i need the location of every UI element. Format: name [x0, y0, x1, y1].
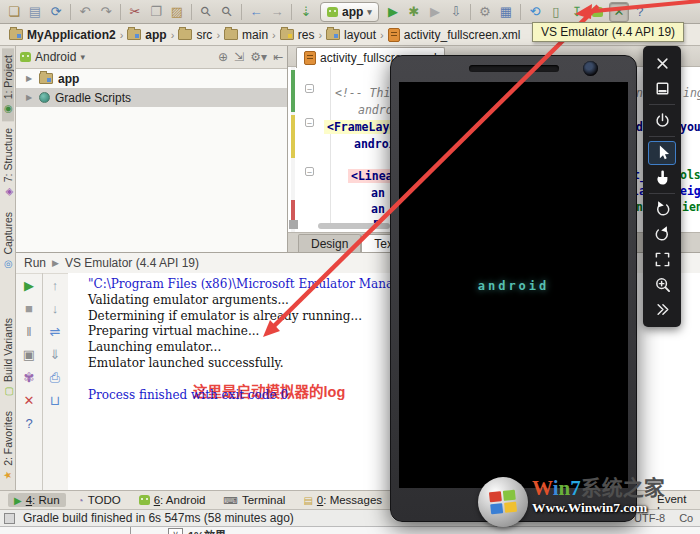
pin-button[interactable]: ✾: [24, 371, 35, 384]
context-indicator[interactable]: Co: [679, 512, 693, 524]
toolwindow-button-6--android[interactable]: 6: Android: [133, 493, 212, 507]
soft-wrap-button[interactable]: ⇌: [50, 325, 61, 338]
collapse-all-icon[interactable]: ⇲: [234, 50, 244, 64]
avd-manager-icon[interactable]: ▯: [546, 2, 566, 22]
gradle-sync-icon[interactable]: ⟲: [525, 2, 545, 22]
help-icon[interactable]: ?: [630, 2, 650, 22]
run-icon[interactable]: ▶: [383, 2, 403, 22]
help-button[interactable]: ?: [25, 417, 32, 430]
sdk-manager-icon[interactable]: ↧: [567, 2, 587, 22]
emulator-screen[interactable]: android: [399, 82, 628, 488]
breadcrumb-label: layout: [344, 28, 376, 42]
strip-item----favorites[interactable]: ★2: Favorites: [2, 404, 14, 488]
chevron-down-icon[interactable]: ▾: [80, 52, 85, 62]
print-button[interactable]: ⎙: [50, 371, 60, 384]
save-all-icon[interactable]: ▤: [25, 2, 45, 22]
expand-arrow-icon[interactable]: ▶: [26, 93, 34, 102]
toolwindow-button-0--messages[interactable]: ▤0: Messages: [297, 493, 388, 507]
breadcrumb-item[interactable]: activity_fullscreen.xml: [385, 28, 524, 42]
pause-button[interactable]: ‖: [26, 325, 31, 338]
paste-icon[interactable]: ▨: [167, 2, 187, 22]
stop-button[interactable]: ■: [25, 302, 33, 315]
strip-item-build-variants[interactable]: ▢Build Variants: [2, 311, 14, 404]
minimize-icon[interactable]: [648, 77, 676, 101]
restore-layout-button[interactable]: ▣: [23, 348, 35, 361]
redo-icon[interactable]: ↷: [96, 2, 116, 22]
close-button[interactable]: ✕: [24, 394, 35, 407]
toolwindow-button-todo[interactable]: ◔TODO: [72, 493, 127, 507]
close-icon[interactable]: [648, 52, 676, 76]
fold-marker[interactable]: –: [305, 167, 314, 176]
breadcrumb-separator: ›: [380, 29, 384, 41]
open-folder-icon[interactable]: ❏: [4, 2, 24, 22]
rotate-left-icon[interactable]: [648, 198, 676, 222]
cut-icon[interactable]: ✂: [125, 2, 145, 22]
code-text: <FrameLayo: [324, 120, 399, 134]
fit-screen-icon[interactable]: [648, 248, 676, 272]
fold-marker[interactable]: –: [305, 84, 314, 93]
fold-marker[interactable]: –: [305, 118, 314, 127]
attach-debugger-icon[interactable]: ⇩: [446, 2, 466, 22]
undo-icon[interactable]: ↶: [75, 2, 95, 22]
compile-icon[interactable]: ⇣: [296, 2, 316, 22]
strip-item-label: Captures: [2, 212, 14, 255]
breadcrumb-item[interactable]: MyApplication2: [6, 28, 119, 42]
breadcrumb-item[interactable]: src: [175, 28, 215, 42]
back-icon[interactable]: ←: [246, 2, 266, 22]
zoom-icon[interactable]: [648, 273, 676, 297]
debug-icon[interactable]: ✱: [404, 2, 424, 22]
device-monitor-icon[interactable]: [588, 2, 608, 22]
project-structure-icon[interactable]: ▦: [496, 2, 516, 22]
tool-window-strip: ◉1: Project◈7: Structure◎Captures▢Build …: [0, 46, 16, 490]
rotate-right-icon[interactable]: [648, 223, 676, 247]
copy-icon[interactable]: ❐: [146, 2, 166, 22]
scroll-end-button[interactable]: ⇓: [50, 348, 61, 361]
cursor-icon[interactable]: [648, 141, 676, 165]
gear-icon[interactable]: ⚙▾: [250, 50, 267, 64]
strip-item-captures[interactable]: ◎Captures: [2, 205, 14, 277]
encoding-indicator[interactable]: UTF-8: [634, 512, 665, 524]
breadcrumb-item[interactable]: res: [277, 28, 318, 42]
tree-row[interactable]: ▶Gradle Scripts: [16, 88, 287, 107]
expand-arrow-icon[interactable]: ▶: [26, 74, 34, 83]
android-robot-icon: [20, 52, 31, 62]
clear-button[interactable]: ⊔: [50, 394, 60, 407]
android-boot-logo: android: [399, 279, 628, 293]
replace-icon[interactable]: ⚲: [217, 2, 237, 22]
strip-item----project[interactable]: ◉1: Project: [2, 48, 14, 121]
forward-icon[interactable]: →: [267, 2, 287, 22]
find-icon[interactable]: ⚲: [196, 2, 216, 22]
tree-row[interactable]: ▶app: [16, 69, 287, 88]
breadcrumb-label: MyApplication2: [27, 28, 116, 42]
toolwindow-button-label: 4: Run: [26, 494, 60, 506]
hand-icon[interactable]: [648, 166, 676, 190]
breadcrumb-item[interactable]: main: [221, 28, 271, 42]
breadcrumb-item[interactable]: layout: [323, 28, 379, 42]
vs-emulator-icon[interactable]: ✕: [609, 2, 629, 22]
change-marker: [291, 115, 295, 158]
toolwindow-button-terminal[interactable]: ⌨Terminal: [217, 493, 291, 507]
project-view-selector[interactable]: Android: [35, 50, 76, 64]
tab-design[interactable]: Design: [298, 234, 361, 252]
strip-item----structure[interactable]: ◈7: Structure: [2, 121, 14, 204]
down-stack-button[interactable]: ↓: [52, 302, 59, 315]
toolwindow-toggle-icon[interactable]: [4, 513, 15, 524]
emulator-window[interactable]: android: [390, 55, 637, 522]
rerun-button[interactable]: ▶: [24, 279, 34, 292]
coverage-icon[interactable]: ▶: [425, 2, 445, 22]
more-icon[interactable]: [648, 298, 676, 322]
xml-file-icon: [304, 51, 316, 65]
power-icon[interactable]: [648, 109, 676, 133]
breadcrumb-separator: ›: [318, 29, 322, 41]
locate-icon[interactable]: ⊕: [218, 50, 228, 64]
toolwindow-button-4--run[interactable]: ▶4: Run: [8, 493, 66, 507]
settings-icon[interactable]: ⚙: [475, 2, 495, 22]
horizontal-scrollbar[interactable]: [318, 223, 390, 229]
breadcrumb-item[interactable]: app: [124, 28, 169, 42]
sync-icon[interactable]: ⟳: [46, 2, 66, 22]
breadcrumb-separator: ›: [216, 29, 220, 41]
code-text: <Linea: [348, 169, 396, 183]
run-config-combo[interactable]: app▾: [320, 2, 379, 22]
hide-panel-icon[interactable]: ⇤: [273, 50, 283, 64]
up-stack-button[interactable]: ↑: [52, 279, 59, 292]
